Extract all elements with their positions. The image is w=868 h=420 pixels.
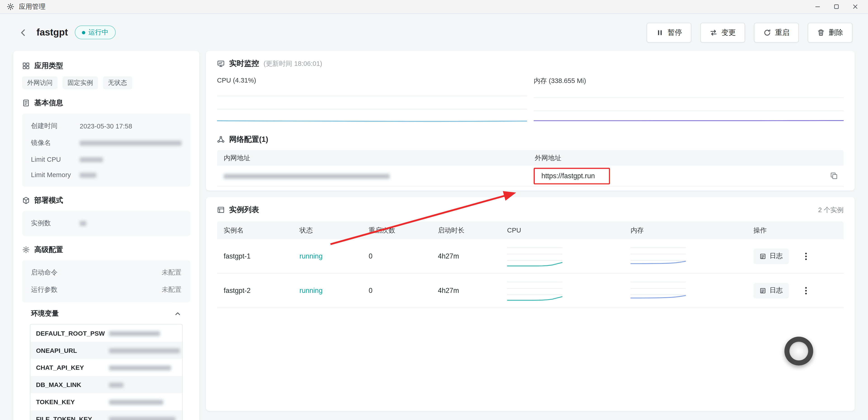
info-row-instance-count: 实例数 bbox=[22, 215, 190, 232]
log-file-icon bbox=[760, 253, 766, 260]
cursor-indicator bbox=[784, 337, 813, 365]
back-button[interactable] bbox=[17, 26, 30, 39]
grid-icon bbox=[22, 62, 30, 70]
advanced-config-title: 高级配置 bbox=[34, 245, 63, 255]
pause-button-label: 暂停 bbox=[668, 27, 682, 37]
window-title: 应用管理 bbox=[19, 2, 45, 11]
instance-status: running bbox=[293, 287, 362, 294]
network-table-header: 内网地址 外网地址 bbox=[217, 150, 844, 166]
chevron-up-icon[interactable] bbox=[174, 310, 182, 318]
memory-chart-box: 内存 (338.655 Mi) bbox=[534, 75, 844, 127]
logs-button-label: 日志 bbox=[769, 286, 783, 295]
start-command-value: 未配置 bbox=[162, 268, 182, 277]
monitor-update-time: (更新时间 18:06:01) bbox=[264, 59, 322, 68]
env-vars-header: 环境变量 bbox=[22, 302, 190, 324]
main-panel: 实时监控 (更新时间 18:06:01) CPU (4.31%) 内存 (338… bbox=[206, 51, 855, 411]
create-time-value: 2023-05-30 17:58 bbox=[80, 122, 132, 130]
logs-button[interactable]: 日志 bbox=[753, 283, 789, 298]
window-close-button[interactable] bbox=[846, 0, 865, 13]
pause-icon bbox=[656, 29, 663, 36]
env-value-redacted bbox=[109, 348, 180, 353]
instances-section-header: 实例列表 2 个实例 bbox=[217, 205, 844, 215]
kebab-menu-icon[interactable] bbox=[801, 286, 811, 295]
change-button[interactable]: 变更 bbox=[700, 22, 745, 42]
instance-restarts: 0 bbox=[362, 252, 431, 260]
memory-chart-label: 内存 (338.655 Mi) bbox=[534, 77, 844, 86]
cpu-chart-label: CPU (4.31%) bbox=[217, 77, 527, 84]
instances-card: 实例列表 2 个实例 实例名 状态 重启次数 启动时长 CPU 内存 操作 bbox=[206, 197, 855, 411]
page-header: fastgpt 运行中 暂停 变更 重启 bbox=[0, 14, 868, 51]
env-name: TOKEN_KEY bbox=[31, 398, 105, 405]
instance-memory-sparkline bbox=[630, 278, 686, 303]
change-icon bbox=[710, 29, 717, 36]
app-window: 应用管理 fastgpt 运行中 bbox=[0, 0, 868, 420]
instance-count-label: 实例数 bbox=[31, 219, 80, 228]
status-dot-icon bbox=[82, 31, 85, 34]
env-name: CHAT_API_KEY bbox=[31, 364, 105, 371]
basic-info-title: 基本信息 bbox=[34, 98, 63, 108]
tag-external-access: 外网访问 bbox=[22, 77, 58, 89]
window-maximize-button[interactable] bbox=[827, 0, 846, 13]
monitor-network-card: 实时监控 (更新时间 18:06:01) CPU (4.31%) 内存 (338… bbox=[206, 51, 855, 190]
external-url-link[interactable]: https://fastgpt.run bbox=[534, 168, 610, 184]
env-value-redacted bbox=[109, 400, 163, 405]
network-table-row: https://fastgpt.run bbox=[217, 166, 844, 187]
env-value-redacted bbox=[109, 417, 176, 420]
image-name-label: 镜像名 bbox=[31, 139, 80, 148]
env-row: FILE_TOKEN_KEY bbox=[31, 410, 182, 420]
window-titlebar: 应用管理 bbox=[0, 0, 868, 14]
env-name: DB_MAX_LINK bbox=[31, 381, 105, 388]
restart-button-label: 重启 bbox=[775, 27, 789, 37]
logs-button-label: 日志 bbox=[769, 251, 783, 261]
col-restarts-header: 重启次数 bbox=[362, 226, 431, 235]
basic-info-section-header: 基本信息 bbox=[22, 98, 190, 108]
instance-restarts: 0 bbox=[362, 287, 431, 294]
restart-button[interactable]: 重启 bbox=[754, 22, 799, 42]
copy-icon[interactable] bbox=[830, 172, 838, 180]
delete-icon bbox=[817, 29, 825, 36]
window-minimize-button[interactable] bbox=[808, 0, 827, 13]
run-params-label: 运行参数 bbox=[31, 285, 80, 295]
monitor-charts: CPU (4.31%) 内存 (338.655 Mi) bbox=[217, 75, 844, 127]
col-status-header: 状态 bbox=[293, 226, 362, 235]
env-row: DB_MAX_LINK bbox=[31, 376, 182, 393]
external-address-header: 外网地址 bbox=[528, 153, 844, 162]
memory-usage-chart bbox=[534, 89, 844, 127]
delete-button[interactable]: 删除 bbox=[808, 22, 852, 42]
network-title: 网络配置(1) bbox=[229, 134, 268, 145]
instance-count-badge: 2 个实例 bbox=[818, 205, 844, 215]
network-table: 内网地址 外网地址 https://fastgpt.run bbox=[217, 150, 844, 187]
cube-icon bbox=[22, 197, 30, 204]
env-value-redacted bbox=[109, 365, 171, 370]
env-name: ONEAPI_URL bbox=[31, 347, 105, 354]
app-type-section-header: 应用类型 bbox=[22, 61, 190, 71]
instances-title: 实例列表 bbox=[229, 205, 259, 215]
advanced-config-section-header: 高级配置 bbox=[22, 245, 190, 255]
pause-button[interactable]: 暂停 bbox=[647, 22, 691, 42]
col-actions-header: 操作 bbox=[747, 226, 844, 235]
kebab-menu-icon[interactable] bbox=[801, 251, 811, 261]
instance-count-value-redacted bbox=[80, 221, 86, 226]
env-row: CHAT_API_KEY bbox=[31, 359, 182, 376]
limit-memory-label: Limit Memory bbox=[31, 171, 80, 179]
col-name-header: 实例名 bbox=[217, 226, 293, 235]
env-vars-table: DEFAULT_ROOT_PSW ONEAPI_URL CHAT_API_KEY… bbox=[30, 324, 183, 420]
app-type-title: 应用类型 bbox=[34, 61, 63, 71]
app-type-tags: 外网访问 固定实例 无状态 bbox=[22, 77, 190, 89]
logs-button[interactable]: 日志 bbox=[753, 248, 789, 264]
deploy-mode-block: 实例数 bbox=[22, 211, 190, 236]
status-badge-label: 运行中 bbox=[88, 28, 108, 37]
document-icon bbox=[22, 99, 30, 107]
instance-cpu-sparkline bbox=[507, 243, 562, 269]
env-row: TOKEN_KEY bbox=[31, 393, 182, 410]
limit-cpu-label: Limit CPU bbox=[31, 156, 80, 163]
change-button-label: 变更 bbox=[721, 27, 736, 37]
instance-status: running bbox=[293, 252, 362, 260]
start-command-label: 启动命令 bbox=[31, 268, 80, 277]
table-row: fastgpt-1 running 0 4h27m bbox=[217, 239, 844, 274]
restart-icon bbox=[763, 29, 771, 36]
image-name-value-redacted bbox=[80, 141, 182, 146]
gear-icon bbox=[22, 246, 30, 253]
app-detail-sidebar: 应用类型 外网访问 固定实例 无状态 基本信息 创建时间 2023-05-30 … bbox=[13, 51, 199, 420]
internal-address-redacted bbox=[224, 174, 390, 179]
